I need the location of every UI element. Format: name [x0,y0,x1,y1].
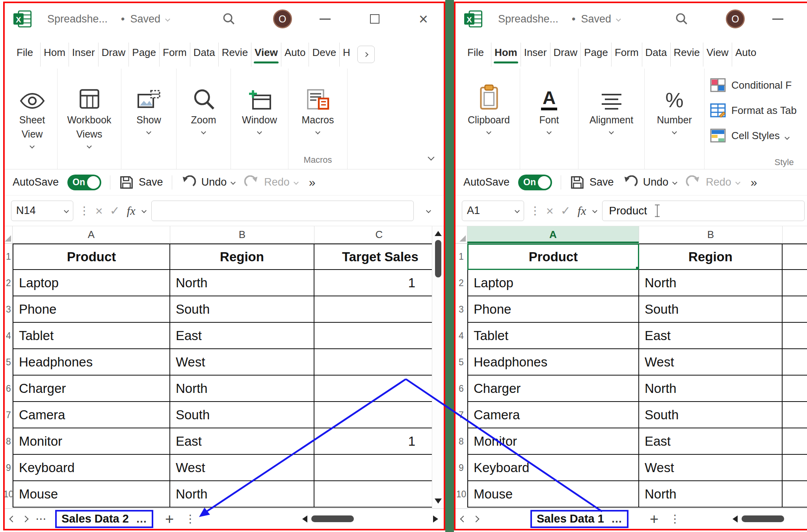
column-header-c[interactable]: C [314,226,444,243]
close-icon[interactable]: × [419,11,428,27]
row-header[interactable]: 7 [5,402,13,428]
target-sales-cell[interactable]: 1 [314,270,444,296]
region-cell[interactable]: South [170,296,314,323]
tab-page-layout[interactable]: Page [128,43,159,67]
column-header-c[interactable] [783,226,807,243]
tab-file[interactable]: File [10,43,40,67]
tab-home[interactable]: Hom [491,43,521,67]
column-header-b[interactable]: B [639,226,783,243]
show-button[interactable]: Show [121,69,177,169]
target-sales-cell[interactable]: 1 [314,428,444,455]
row-header[interactable]: 3 [456,296,467,323]
horizontal-scrollbar-thumb[interactable] [311,515,354,522]
region-cell[interactable]: West [170,349,314,376]
tab-automate[interactable]: Auto [281,43,309,67]
region-cell[interactable]: North [639,481,783,508]
tab-draw[interactable]: Draw [550,43,581,67]
region-cell[interactable]: East [170,428,314,455]
account-avatar[interactable]: O [273,9,292,28]
minimize-icon[interactable] [320,19,331,20]
row-header[interactable]: 2 [456,270,467,296]
sheet-tab-sales-data-1[interactable]: Sales Data 1 … [530,510,628,528]
target-sales-cell[interactable] [314,323,444,349]
sheet-tab-menu-icon[interactable]: … [136,513,147,525]
product-cell[interactable]: Headphones [467,349,639,376]
product-cell[interactable]: Keyboard [13,455,170,481]
header-cell-target-sales[interactable]: Target Sales [314,244,444,270]
fill-handle[interactable] [635,266,639,270]
header-cell-c[interactable] [783,244,807,270]
target-sales-cell[interactable] [314,349,444,376]
row-header[interactable]: 5 [456,349,467,376]
maximize-icon[interactable] [370,14,379,24]
selected-cell-a1[interactable]: Product [467,244,639,270]
name-box[interactable]: A1 [462,201,524,221]
format-as-table-button[interactable]: Format as Tab [710,98,797,123]
save-button[interactable]: Save [119,175,163,190]
window-button[interactable]: Window [231,69,288,169]
expand-formula-bar-icon[interactable] [419,209,437,212]
new-sheet-button[interactable]: + [650,512,658,526]
region-cell[interactable]: North [639,270,783,296]
tab-help[interactable]: H [339,43,353,67]
sheet-tab-menu-icon[interactable]: … [611,513,622,525]
horizontal-scrollbar[interactable] [733,515,805,523]
next-sheet-icon[interactable] [22,515,29,522]
row-header-1[interactable]: 1 [456,244,467,270]
product-cell[interactable]: Phone [13,296,170,323]
sheet-options-icon[interactable]: ⋮ [185,512,196,525]
select-all-corner[interactable] [5,226,13,243]
product-cell[interactable]: Camera [13,402,170,428]
saved-status[interactable]: • Saved [572,13,620,25]
macros-button[interactable]: Macros Macros [288,69,348,169]
product-cell[interactable]: Laptop [467,270,639,296]
tab-view[interactable]: View [251,43,281,67]
horizontal-scrollbar[interactable] [302,515,438,523]
scroll-right-icon[interactable] [433,515,438,523]
product-cell[interactable]: Keyboard [467,455,639,481]
tab-data[interactable]: Data [190,43,218,67]
product-cell[interactable]: Charger [467,376,639,402]
tab-data[interactable]: Data [642,43,670,67]
product-cell[interactable]: Laptop [13,270,170,296]
target-sales-cell[interactable] [314,296,444,323]
target-sales-cell[interactable] [314,455,444,481]
empty-cell[interactable] [783,376,807,402]
empty-cell[interactable] [783,270,807,296]
row-header[interactable]: 3 [5,296,13,323]
column-header-a[interactable]: A [13,226,170,243]
region-cell[interactable]: East [170,323,314,349]
redo-button[interactable]: Redo [244,175,298,190]
scroll-up-icon[interactable] [435,231,442,236]
row-header[interactable]: 6 [456,376,467,402]
row-header[interactable]: 7 [456,402,467,428]
scroll-left-icon[interactable] [302,515,307,523]
region-cell[interactable]: East [639,428,783,455]
column-header-a[interactable]: A [467,226,639,243]
tab-file[interactable]: File [461,43,491,67]
cancel-icon[interactable]: × [546,205,554,217]
sheet-view-button[interactable]: Sheet View [7,69,58,169]
empty-cell[interactable] [783,349,807,376]
product-cell[interactable]: Mouse [467,481,639,508]
region-cell[interactable]: North [639,376,783,402]
name-box[interactable]: N14 [11,201,73,221]
tab-formulas[interactable]: Form [611,43,642,67]
empty-cell[interactable] [783,402,807,428]
clipboard-button[interactable]: Clipboard [458,69,520,169]
row-header[interactable]: 8 [5,428,13,455]
insert-function-icon[interactable]: fx [578,204,586,218]
workbook-views-button[interactable]: Workbook Views [58,69,121,169]
conditional-formatting-button[interactable]: Conditional F [710,73,792,98]
tab-formulas[interactable]: Form [159,43,190,67]
row-header[interactable]: 8 [456,428,467,455]
enter-icon[interactable]: ✓ [561,205,571,217]
header-cell-region[interactable]: Region [170,244,314,270]
product-cell[interactable]: Headphones [13,349,170,376]
undo-button[interactable]: Undo [623,175,677,190]
region-cell[interactable]: West [639,349,783,376]
target-sales-cell[interactable] [314,376,444,402]
zoom-button[interactable]: Zoom [177,69,231,169]
tab-insert[interactable]: Inser [521,43,550,67]
sheet-tab-sales-data-2[interactable]: Sales Data 2 … [55,510,153,528]
